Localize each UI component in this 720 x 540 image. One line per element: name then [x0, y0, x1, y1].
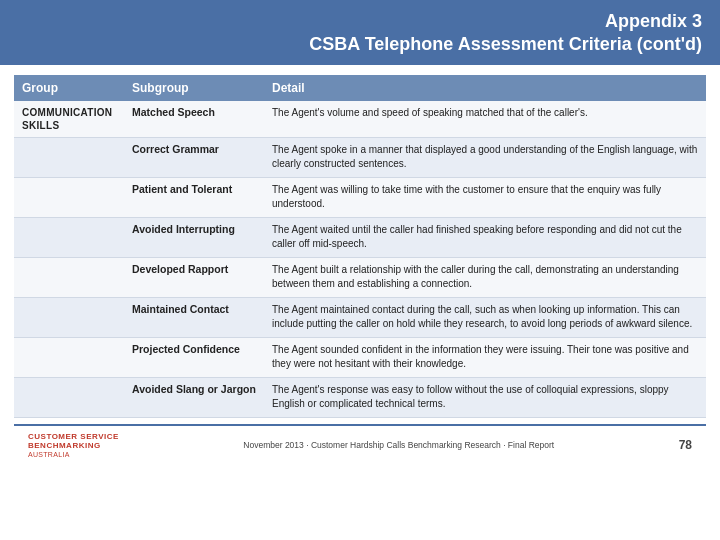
footer: CUSTOMER SERVICE BENCHMARKING AUSTRALIA …	[14, 424, 706, 462]
table-row: Projected ConfidenceThe Agent sounded co…	[14, 337, 706, 377]
col-header-detail: Detail	[264, 75, 706, 101]
group-cell	[14, 257, 124, 297]
subgroup-cell: Correct Grammar	[124, 137, 264, 177]
subgroup-cell: Matched Speech	[124, 101, 264, 138]
col-header-subgroup: Subgroup	[124, 75, 264, 101]
subgroup-cell: Patient and Tolerant	[124, 177, 264, 217]
detail-cell: The Agent's response was easy to follow …	[264, 377, 706, 417]
footer-center-text: November 2013 · Customer Hardship Calls …	[243, 440, 554, 450]
logo-line1: CUSTOMER SERVICE	[28, 432, 119, 442]
table-row: Correct GrammarThe Agent spoke in a mann…	[14, 137, 706, 177]
subgroup-cell: Avoided Slang or Jargon	[124, 377, 264, 417]
table-row: COMMUNICATION SKILLSMatched SpeechThe Ag…	[14, 101, 706, 138]
footer-page-number: 78	[679, 438, 692, 452]
subgroup-cell: Developed Rapport	[124, 257, 264, 297]
group-cell	[14, 297, 124, 337]
header-title: Appendix 3 CSBA Telephone Assessment Cri…	[18, 10, 702, 57]
group-cell	[14, 377, 124, 417]
group-cell	[14, 337, 124, 377]
detail-cell: The Agent sounded confident in the infor…	[264, 337, 706, 377]
table-row: Patient and TolerantThe Agent was willin…	[14, 177, 706, 217]
footer-logo: CUSTOMER SERVICE BENCHMARKING AUSTRALIA	[28, 432, 119, 458]
detail-cell: The Agent waited until the caller had fi…	[264, 217, 706, 257]
subgroup-cell: Avoided Interrupting	[124, 217, 264, 257]
table-row: Maintained ContactThe Agent maintained c…	[14, 297, 706, 337]
header: Appendix 3 CSBA Telephone Assessment Cri…	[0, 0, 720, 65]
group-cell	[14, 177, 124, 217]
detail-cell: The Agent was willing to take time with …	[264, 177, 706, 217]
table-row: Avoided InterruptingThe Agent waited unt…	[14, 217, 706, 257]
logo-line2: BENCHMARKING	[28, 441, 101, 451]
logo-line3: AUSTRALIA	[28, 451, 70, 458]
subgroup-cell: Projected Confidence	[124, 337, 264, 377]
detail-cell: The Agent's volume and speed of speaking…	[264, 101, 706, 138]
group-cell: COMMUNICATION SKILLS	[14, 101, 124, 138]
detail-cell: The Agent built a relationship with the …	[264, 257, 706, 297]
group-cell	[14, 137, 124, 177]
main-table-container: Group Subgroup Detail COMMUNICATION SKIL…	[14, 75, 706, 418]
detail-cell: The Agent spoke in a manner that display…	[264, 137, 706, 177]
table-row: Developed RapportThe Agent built a relat…	[14, 257, 706, 297]
subgroup-cell: Maintained Contact	[124, 297, 264, 337]
criteria-table: Group Subgroup Detail COMMUNICATION SKIL…	[14, 75, 706, 418]
group-cell	[14, 217, 124, 257]
col-header-group: Group	[14, 75, 124, 101]
table-row: Avoided Slang or JargonThe Agent's respo…	[14, 377, 706, 417]
detail-cell: The Agent maintained contact during the …	[264, 297, 706, 337]
